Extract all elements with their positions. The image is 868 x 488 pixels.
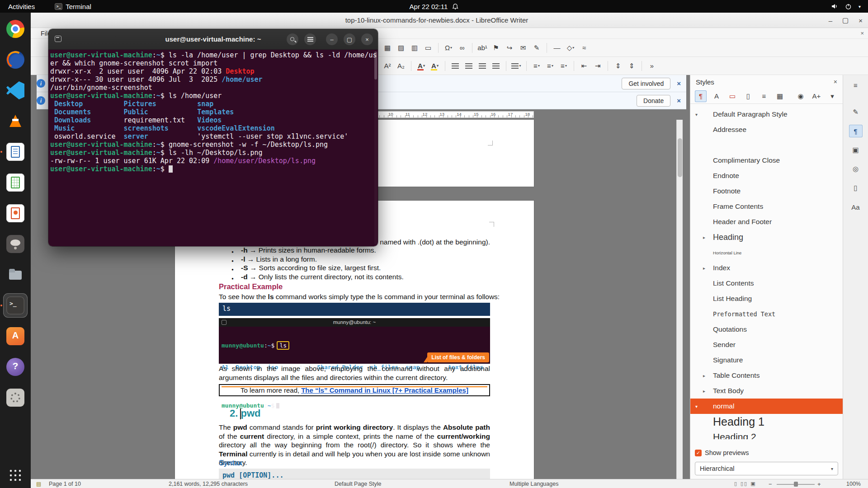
impress-icon[interactable]: [5, 202, 26, 224]
expand-arrow-icon[interactable]: ▾: [695, 404, 698, 409]
frame-styles-icon[interactable]: ▭: [726, 90, 738, 102]
new-tab-icon[interactable]: [55, 36, 61, 42]
donate-button[interactable]: Donate: [637, 95, 670, 107]
chrome-icon[interactable]: [5, 18, 26, 40]
firefox-icon[interactable]: [5, 49, 26, 70]
paragraph-space-decrease-icon[interactable]: ⇕: [626, 60, 637, 72]
settings-icon[interactable]: [5, 387, 26, 408]
special-character-icon[interactable]: Ω▾: [443, 42, 454, 54]
page-count-status[interactable]: Page 1 of 10: [49, 481, 81, 487]
style-item-heading-2[interactable]: Heading 2: [690, 429, 843, 439]
writer-title-bar[interactable]: top-10-linux-commands-for-newbies.docx -…: [31, 13, 868, 28]
style-item-preformatted-text[interactable]: Preformatted Text: [690, 306, 843, 322]
insert-hyperlink-icon[interactable]: ∞: [456, 42, 468, 54]
insert-table-icon[interactable]: ▦: [382, 42, 393, 54]
basic-shapes-icon[interactable]: ◇▾: [565, 42, 576, 54]
style-inspector-deck-icon[interactable]: Aa: [849, 201, 863, 213]
style-item-heading[interactable]: ▸Heading: [690, 230, 843, 245]
page-styles-icon[interactable]: ▯: [742, 90, 754, 102]
close-panel-icon[interactable]: ×: [834, 78, 837, 85]
show-applications-icon[interactable]: [9, 469, 22, 482]
table-styles-icon[interactable]: ▦: [774, 90, 786, 102]
minimize-button[interactable]: –: [326, 33, 338, 45]
page-style-status[interactable]: Default Page Style: [335, 481, 382, 487]
ls-command-link[interactable]: The “ls” Command in Linux [7+ Practical …: [301, 386, 468, 394]
language-status[interactable]: Multiple Languages: [509, 481, 558, 487]
close-button[interactable]: ×: [859, 17, 863, 24]
style-item-horizontal-line[interactable]: Horizontal Line: [690, 245, 843, 260]
list-styles-icon[interactable]: ≡: [758, 90, 770, 102]
book-view-icon[interactable]: ▣: [750, 481, 756, 486]
style-item-complimentary-close[interactable]: Complimentary Close: [690, 153, 843, 168]
decrease-indent-icon[interactable]: ⇤: [578, 60, 590, 72]
files-icon[interactable]: [5, 264, 26, 286]
search-button[interactable]: [287, 33, 298, 45]
style-item-default-paragraph-style[interactable]: ▾Default Paragraph Style: [690, 107, 843, 122]
style-item-addressee[interactable]: Addressee: [690, 122, 843, 137]
align-justify-icon[interactable]: [490, 60, 502, 72]
line-spacing-icon[interactable]: ▾: [510, 60, 522, 72]
style-item-frame-contents[interactable]: Frame Contents: [690, 199, 843, 214]
unordered-list-icon[interactable]: ≡▾: [531, 60, 542, 72]
style-item-quotations[interactable]: Quotations: [690, 322, 843, 337]
insert-footnote-icon[interactable]: ab¹: [476, 42, 488, 54]
focused-app-indicator[interactable]: >_ Terminal: [55, 3, 91, 10]
style-item-index[interactable]: ▸Index: [690, 260, 843, 276]
style-item-heading-1[interactable]: Heading 1: [690, 414, 843, 429]
expand-arrow-icon[interactable]: ▸: [703, 389, 705, 394]
close-document-button[interactable]: ×: [860, 30, 864, 37]
zoom-out-button[interactable]: −: [769, 481, 772, 488]
help-icon[interactable]: [5, 356, 26, 378]
style-item-footnote[interactable]: Footnote: [690, 183, 843, 199]
align-center-icon[interactable]: [463, 60, 475, 72]
single-page-view-icon[interactable]: ▯: [734, 481, 738, 486]
writer-icon[interactable]: [5, 141, 26, 163]
clock-menu[interactable]: Apr 22 02:11: [410, 3, 459, 10]
styles-deck-icon[interactable]: ¶: [849, 125, 863, 137]
style-item-text-body[interactable]: ▸Text Body: [690, 383, 843, 399]
paragraph-styles-icon[interactable]: ¶: [695, 90, 707, 102]
insert-chart-icon[interactable]: ▥: [409, 42, 420, 54]
style-item-normal[interactable]: ▾normal: [690, 399, 843, 414]
outline-list-icon[interactable]: ≡▾: [558, 60, 570, 72]
terminal-scrollbar[interactable]: [374, 52, 377, 244]
menu-button[interactable]: [304, 33, 316, 45]
freeform-line-icon[interactable]: ≈: [578, 42, 590, 54]
expand-arrow-icon[interactable]: ▸: [703, 235, 705, 240]
multi-page-view-icon[interactable]: ▯▯: [741, 481, 748, 486]
navigator-deck-icon[interactable]: ◎: [849, 163, 863, 175]
style-item-table-contents[interactable]: ▸Table Contents: [690, 368, 843, 383]
maximize-button[interactable]: ▢: [344, 33, 355, 45]
subscript-icon[interactable]: A₂: [395, 60, 407, 72]
expand-arrow-icon[interactable]: ▾: [695, 112, 698, 117]
style-filter-dropdown[interactable]: Hierarchical ▾: [695, 462, 838, 475]
sidebar-settings-icon[interactable]: ≡: [849, 79, 863, 91]
close-button[interactable]: ×: [361, 33, 373, 45]
terminal-icon[interactable]: [5, 295, 26, 316]
properties-deck-icon[interactable]: ✎: [849, 106, 863, 118]
zoom-in-button[interactable]: +: [817, 481, 821, 488]
view-layout-buttons[interactable]: ▯▯▯▣: [734, 481, 759, 487]
align-left-icon[interactable]: [449, 60, 461, 72]
style-item-endnote[interactable]: Endnote: [690, 168, 843, 183]
calc-icon[interactable]: [5, 172, 26, 193]
terminal-title-bar[interactable]: user@user-virtual-machine: ~ –▢×: [48, 29, 378, 50]
styles-action-menu-icon[interactable]: ▾: [826, 90, 838, 102]
style-item-list-contents[interactable]: List Contents: [690, 276, 843, 291]
insert-comment-icon[interactable]: ✉: [517, 42, 529, 54]
page-deck-icon[interactable]: ▯: [849, 182, 863, 194]
insert-text-box-icon[interactable]: ▭: [422, 42, 434, 54]
minimize-button[interactable]: –: [829, 17, 832, 24]
style-item-signature[interactable]: Signature: [690, 352, 843, 368]
gallery-deck-icon[interactable]: ▣: [849, 144, 863, 156]
scrollbar-thumb[interactable]: [374, 52, 377, 80]
character-styles-icon[interactable]: A: [711, 90, 722, 102]
expand-arrow-icon[interactable]: ▸: [703, 373, 705, 378]
toolbar-overflow-icon[interactable]: »: [646, 60, 658, 72]
paragraph-space-increase-icon[interactable]: ⇕: [612, 60, 624, 72]
style-item-sender[interactable]: Sender: [690, 337, 843, 352]
word-count-status[interactable]: 2,161 words, 12,295 characters: [169, 481, 248, 487]
checkbox-checked-icon[interactable]: ✓: [695, 450, 702, 456]
track-changes-icon[interactable]: ✎: [531, 42, 542, 54]
zoom-percentage[interactable]: 100%: [846, 481, 861, 487]
